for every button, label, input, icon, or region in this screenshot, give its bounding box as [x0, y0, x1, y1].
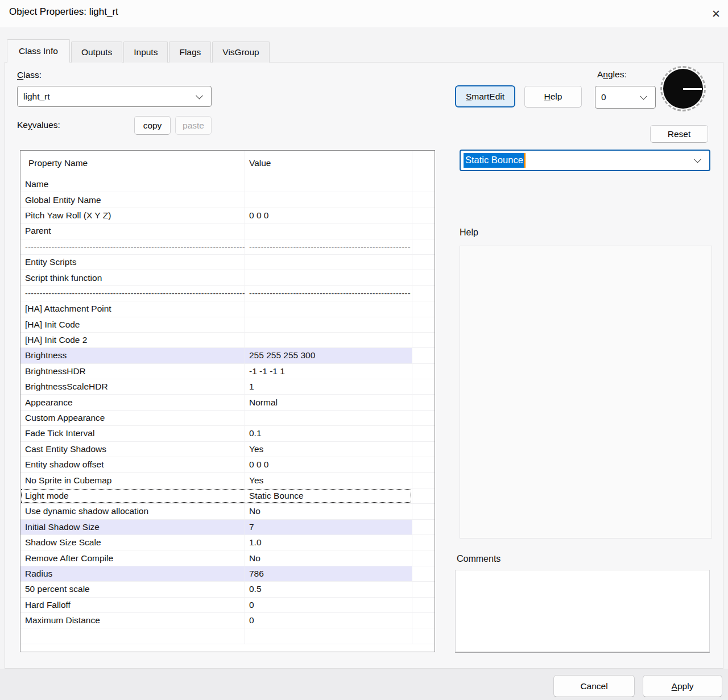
property-extra-cell [412, 270, 435, 285]
property-row[interactable]: Hard Falloff 0 [20, 598, 435, 613]
paste-button[interactable]: paste [175, 116, 212, 135]
tab[interactable]: Flags [169, 42, 211, 63]
property-extra-cell [412, 364, 435, 379]
comments-label: Comments [457, 554, 500, 564]
property-value-cell [245, 317, 411, 332]
tab[interactable]: Inputs [123, 42, 168, 63]
property-name-cell: Script think function [20, 270, 245, 285]
property-name-cell: Custom Appearance [20, 411, 245, 425]
property-extra-cell [412, 598, 435, 612]
property-name-cell: Entity Scripts [20, 255, 245, 270]
tab[interactable]: VisGroup [212, 42, 269, 63]
property-row[interactable]: Shadow Size Scale 1.0 [20, 535, 435, 550]
property-name-cell: Shadow Size Scale [20, 535, 245, 550]
help-panel-label: Help [460, 227, 478, 238]
property-value-cell: 1.0 [245, 535, 411, 550]
property-value-cell: Yes [245, 473, 411, 487]
class-combobox[interactable]: light_rt [17, 86, 212, 107]
property-row[interactable]: [HA] Attachment Point [20, 301, 435, 317]
column-header-value: Value [245, 151, 412, 177]
property-extra-cell [412, 317, 435, 332]
property-name-cell: Radius [20, 566, 245, 581]
property-row[interactable]: Name [20, 177, 435, 192]
close-button[interactable]: ✕ [705, 3, 727, 24]
property-row[interactable]: Appearance Normal [20, 395, 435, 410]
property-row[interactable]: Script think function [20, 270, 435, 285]
property-extra-cell [412, 395, 435, 409]
property-row[interactable]: ----------------------------------------… [20, 239, 435, 255]
property-name-cell: Brightness [20, 348, 245, 363]
keyvalues-table: Property Name Value Name Global Entity N… [20, 150, 435, 652]
property-row[interactable]: BrightnessHDR -1 -1 -1 1 [20, 364, 435, 379]
tab[interactable]: Outputs [71, 42, 122, 63]
help-button[interactable]: Help [524, 86, 582, 107]
property-row[interactable]: Initial Shadow Size 7 [20, 520, 435, 535]
property-extra-cell [412, 442, 435, 457]
property-name-cell: Entity shadow offset [20, 457, 245, 472]
property-name-cell: Remove After Compile [20, 550, 245, 565]
text-caret [524, 153, 526, 168]
property-row[interactable]: BrightnessScaleHDR 1 [20, 379, 435, 395]
property-extra-cell [412, 379, 435, 394]
chevron-down-icon [640, 93, 647, 100]
property-row[interactable] [20, 628, 435, 644]
property-row[interactable]: Fade Tick Interval 0.1 [20, 426, 435, 441]
property-row[interactable]: Pitch Yaw Roll (X Y Z) 0 0 0 [20, 208, 435, 223]
property-value-cell: Yes [245, 442, 411, 457]
chevron-down-icon [196, 92, 203, 99]
property-row[interactable]: Brightness 255 255 255 300 [20, 348, 435, 363]
property-row[interactable]: ----------------------------------------… [20, 286, 435, 301]
property-value-cell: 0 [245, 613, 411, 628]
property-row[interactable]: Entity Scripts [20, 255, 435, 270]
property-value-cell: ----------------------------------------… [245, 239, 411, 254]
property-row[interactable]: Use dynamic shadow allocation No [20, 504, 435, 519]
property-value-cell: 0 0 0 [245, 208, 411, 223]
property-row[interactable]: 50 percent scale 0.5 [20, 582, 435, 597]
property-row[interactable]: Parent [20, 223, 435, 239]
comments-textarea[interactable] [455, 570, 710, 653]
angles-label: Angles: [597, 69, 627, 80]
property-value-cell [245, 223, 411, 238]
property-row[interactable]: Light mode Static Bounce [20, 488, 435, 504]
apply-button[interactable]: Apply [643, 675, 722, 697]
property-row[interactable]: Entity shadow offset 0 0 0 [20, 457, 435, 473]
angle-dial[interactable] [660, 66, 706, 111]
table-body: Name Global Entity Name Pitch Yaw Roll (… [20, 177, 435, 644]
class-label: Class: [17, 70, 42, 80]
property-name-cell: Cast Entity Shadows [20, 442, 245, 457]
property-name-cell: ----------------------------------------… [20, 286, 245, 301]
property-row[interactable]: No Sprite in Cubemap Yes [20, 473, 435, 488]
property-row[interactable]: Custom Appearance [20, 411, 435, 426]
property-row[interactable]: Global Entity Name [20, 192, 435, 208]
angle-dial-face [663, 69, 703, 109]
copy-button[interactable]: copy [134, 116, 171, 135]
angles-combobox[interactable]: 0 [595, 86, 656, 109]
property-value-cell [245, 411, 411, 425]
close-icon: ✕ [712, 7, 721, 20]
property-row[interactable]: Remove After Compile No [20, 550, 435, 566]
table-header: Property Name Value [20, 151, 435, 177]
property-row[interactable]: Radius 786 [20, 566, 435, 582]
property-value-cell: ----------------------------------------… [245, 286, 411, 301]
property-value-cell [245, 270, 411, 285]
property-name-cell: Fade Tick Interval [20, 426, 245, 441]
column-header-property-name: Property Name [20, 151, 245, 177]
property-row[interactable]: [HA] Init Code [20, 317, 435, 333]
property-value-cell: No [245, 550, 411, 565]
property-name-cell: Light mode [20, 488, 245, 503]
property-value-cell: 786 [245, 566, 411, 581]
property-row[interactable]: [HA] Init Code 2 [20, 333, 435, 348]
light-mode-combobox[interactable]: Static Bounce [460, 150, 710, 171]
smartedit-button[interactable]: SmartEdit [455, 85, 515, 107]
property-row[interactable]: Cast Entity Shadows Yes [20, 442, 435, 457]
property-row[interactable]: Maximum Distance 0 [20, 613, 435, 628]
reset-button[interactable]: Reset [650, 125, 708, 143]
property-value-cell [245, 333, 411, 347]
property-value-cell: Normal [245, 395, 411, 409]
property-value-cell [245, 192, 411, 207]
property-extra-cell [412, 286, 435, 301]
property-extra-cell [412, 301, 435, 316]
tab[interactable]: Class Info [7, 39, 70, 63]
property-name-cell: [HA] Init Code 2 [20, 333, 245, 347]
cancel-button[interactable]: Cancel [553, 675, 635, 697]
